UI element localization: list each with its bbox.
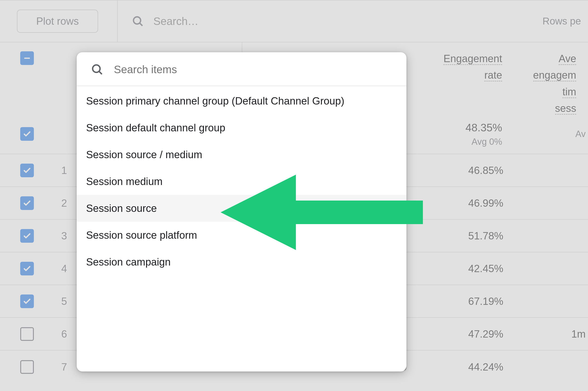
select-all-cell [0,42,46,114]
rows-per-page-label: Rows pe [543,15,588,27]
row-engagement-rate: 46.99% [412,197,515,209]
row-index: 6 [46,328,74,340]
svg-rect-2 [24,58,30,59]
dimension-option[interactable]: Session source platform [77,222,406,249]
svg-point-3 [93,65,100,73]
search-icon [132,15,144,27]
select-all-checkbox[interactable] [20,51,34,65]
dimension-option[interactable]: Session source [77,195,406,222]
search-icon [91,63,103,76]
row-engagement-rate: 51.78% [412,230,515,242]
svg-line-1 [140,23,143,26]
toolbar: Plot rows Rows pe [0,0,588,42]
search-cell: Rows pe [118,0,588,42]
row-engagement-rate: 42.45% [412,263,515,275]
row-index: 2 [46,197,74,209]
summary-checkbox[interactable] [20,127,34,141]
dimension-picker-search-row [77,52,406,86]
dimension-picker-popup: Session primary channel group (Default C… [77,52,406,372]
dimension-option[interactable]: Session campaign [77,249,406,275]
dimension-option[interactable]: Session medium [77,168,406,195]
row-checkbox[interactable] [20,360,34,374]
row-checkbox[interactable] [20,164,34,177]
svg-line-4 [99,71,102,74]
summary-avg-time: Av [514,129,588,139]
row-avg-engagement-time: 1m [515,328,588,340]
row-engagement-rate: 67.19% [412,295,515,307]
row-checkbox[interactable] [20,327,34,341]
row-checkbox[interactable] [20,196,34,210]
plot-rows-button[interactable]: Plot rows [17,10,98,33]
row-index: 7 [46,361,74,373]
row-checkbox[interactable] [20,294,34,308]
dimension-option[interactable]: Session default channel group [77,114,406,141]
dimension-option[interactable]: Session primary channel group (Default C… [77,88,406,114]
app-root: Plot rows Rows pe Engagement rate Ave en… [0,0,588,391]
plot-rows-cell: Plot rows [0,0,118,42]
dimension-option[interactable]: Session source / medium [77,141,406,168]
row-checkbox[interactable] [20,262,34,275]
search-input[interactable] [153,15,533,27]
row-engagement-rate: 46.85% [412,165,515,176]
dimension-picker-list: Session primary channel group (Default C… [77,86,406,275]
avg-engagement-time-header[interactable]: Ave engagem tim sess [514,42,588,114]
row-index: 4 [46,263,74,275]
row-index: 3 [46,230,74,242]
row-index: 1 [46,165,74,176]
svg-point-0 [134,17,141,24]
row-checkbox[interactable] [20,229,34,243]
row-engagement-rate: 44.24% [412,361,515,373]
row-engagement-rate: 47.29% [412,328,515,340]
dimension-picker-search-input[interactable] [114,63,397,76]
row-index: 5 [46,295,74,307]
